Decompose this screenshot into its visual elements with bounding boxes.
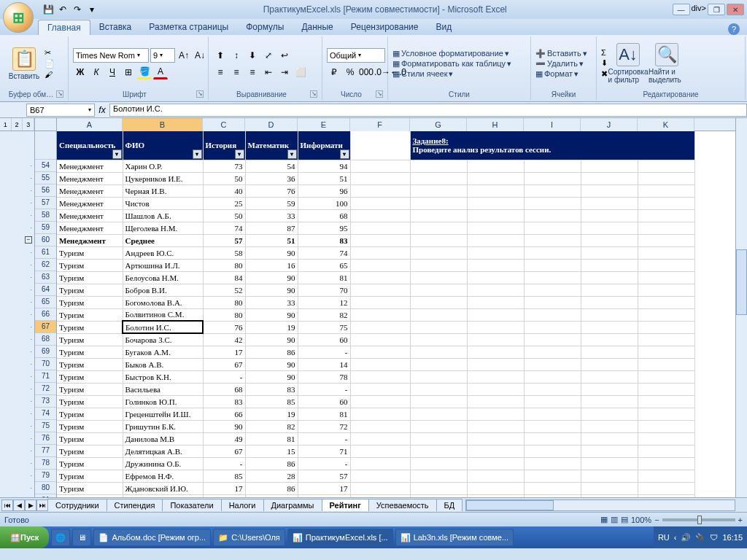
shrink-font-icon[interactable]: A↓ bbox=[193, 48, 207, 63]
cell[interactable] bbox=[350, 482, 410, 494]
cell[interactable]: Болотин И.С. bbox=[123, 321, 203, 333]
align-middle-icon[interactable]: ↕ bbox=[229, 48, 244, 63]
cell[interactable]: 59 bbox=[245, 197, 298, 209]
view-layout-icon[interactable]: ▥ bbox=[611, 515, 618, 524]
cell[interactable] bbox=[410, 197, 467, 209]
row-header[interactable]: 75 bbox=[35, 420, 56, 432]
cell[interactable]: 65 bbox=[298, 259, 350, 271]
cell[interactable] bbox=[581, 259, 638, 271]
ribbon-tab[interactable]: Главная bbox=[38, 20, 90, 35]
cell[interactable]: 73 bbox=[203, 160, 245, 172]
tray-shield-icon[interactable]: 🛡 bbox=[710, 533, 718, 542]
cell[interactable] bbox=[581, 346, 638, 358]
filter-icon[interactable]: ▾ bbox=[340, 149, 349, 159]
cell[interactable] bbox=[410, 383, 467, 395]
cell[interactable]: Греценштейн И.Ш. bbox=[123, 408, 203, 420]
cell[interactable]: 84 bbox=[203, 271, 245, 284]
insert-cells-button[interactable]: ➕ Вставить ▾ bbox=[535, 49, 587, 58]
cell[interactable]: Белоусова Н.М. bbox=[123, 271, 203, 284]
cell[interactable] bbox=[524, 222, 581, 234]
cell[interactable] bbox=[524, 395, 581, 408]
cell[interactable] bbox=[410, 321, 467, 333]
cell[interactable] bbox=[524, 259, 581, 271]
cell[interactable]: 19 bbox=[245, 321, 298, 333]
sheet-tab[interactable]: Показатели bbox=[162, 499, 221, 511]
cell[interactable] bbox=[467, 408, 524, 420]
cell[interactable]: Туризм bbox=[57, 383, 123, 395]
formula-input[interactable]: Болотин И.С. bbox=[109, 104, 747, 117]
cell[interactable] bbox=[350, 494, 410, 497]
row-header[interactable]: 61 bbox=[35, 246, 56, 259]
cell[interactable] bbox=[581, 246, 638, 259]
row-header[interactable]: 74 bbox=[35, 408, 56, 420]
cell[interactable] bbox=[638, 383, 694, 395]
quick-launch-ie-icon[interactable]: 🌐 bbox=[51, 529, 70, 546]
row-header[interactable]: 58 bbox=[35, 209, 56, 222]
column-header[interactable]: A bbox=[57, 118, 123, 131]
cell[interactable]: Данилова М.В bbox=[123, 432, 203, 445]
filter-icon[interactable]: ▾ bbox=[193, 149, 202, 159]
cell[interactable]: 86 bbox=[245, 457, 298, 470]
cell[interactable]: 81 bbox=[245, 432, 298, 445]
cell[interactable] bbox=[638, 308, 694, 321]
cell[interactable] bbox=[524, 209, 581, 222]
cell[interactable]: Туризм bbox=[57, 370, 123, 383]
cell[interactable]: 15 bbox=[245, 445, 298, 457]
cell[interactable]: 80 bbox=[203, 296, 245, 308]
ribbon-tab[interactable]: Вид bbox=[427, 20, 460, 35]
currency-icon[interactable]: ₽ bbox=[327, 65, 341, 79]
cell[interactable]: 90 bbox=[245, 358, 298, 370]
cell[interactable] bbox=[581, 234, 638, 246]
cell[interactable]: Туризм bbox=[57, 358, 123, 370]
zoom-slider[interactable] bbox=[662, 518, 735, 521]
cell[interactable]: 86 bbox=[245, 482, 298, 494]
cell[interactable]: 83 bbox=[298, 234, 350, 246]
cell[interactable]: 90 bbox=[245, 284, 298, 296]
cell[interactable] bbox=[581, 470, 638, 482]
cell[interactable] bbox=[467, 383, 524, 395]
cell[interactable]: 25 bbox=[203, 197, 245, 209]
cell[interactable]: 78 bbox=[298, 370, 350, 383]
cell[interactable]: 19 bbox=[245, 408, 298, 420]
cell[interactable]: 90 bbox=[203, 420, 245, 432]
font-size-combo[interactable]: 9▾ bbox=[150, 48, 175, 63]
cell[interactable] bbox=[410, 259, 467, 271]
comma-icon[interactable]: 000 bbox=[359, 65, 374, 79]
cell[interactable]: 58 bbox=[203, 246, 245, 259]
cell[interactable]: 68 bbox=[298, 209, 350, 222]
cell[interactable] bbox=[581, 197, 638, 209]
column-header[interactable]: D bbox=[245, 118, 298, 131]
maximize-button[interactable]: ❐ bbox=[708, 4, 725, 15]
cell[interactable]: 40 bbox=[203, 184, 245, 197]
cell[interactable]: 83 bbox=[245, 383, 298, 395]
cell[interactable]: Черная И.В. bbox=[123, 184, 203, 197]
minimize-button[interactable]: — bbox=[673, 4, 690, 15]
cell[interactable] bbox=[581, 445, 638, 457]
row-header[interactable]: 56 bbox=[35, 184, 56, 197]
cell[interactable] bbox=[524, 321, 581, 333]
cell[interactable]: 17 bbox=[298, 482, 350, 494]
cell[interactable]: 33 bbox=[245, 296, 298, 308]
cell[interactable] bbox=[524, 370, 581, 383]
cell[interactable] bbox=[467, 457, 524, 470]
cell[interactable]: Ефремов Н.Ф. bbox=[123, 470, 203, 482]
column-header[interactable]: K bbox=[638, 118, 694, 131]
italic-icon[interactable]: К bbox=[89, 65, 104, 79]
paste-button[interactable]: 📋Вставить bbox=[6, 47, 42, 80]
cell[interactable]: Туризм bbox=[57, 296, 123, 308]
cell[interactable] bbox=[638, 482, 694, 494]
cell[interactable]: Быстров К.Н. bbox=[123, 370, 203, 383]
cell[interactable]: 80 bbox=[203, 259, 245, 271]
cell[interactable]: - bbox=[298, 383, 350, 395]
cell[interactable] bbox=[581, 271, 638, 284]
cell[interactable]: Менеджмент bbox=[57, 172, 123, 184]
cell[interactable] bbox=[524, 234, 581, 246]
align-center-icon[interactable]: ≡ bbox=[229, 65, 244, 79]
cell[interactable] bbox=[350, 284, 410, 296]
wrap-text-icon[interactable]: ↩ bbox=[277, 48, 292, 63]
cell[interactable] bbox=[410, 432, 467, 445]
cell[interactable] bbox=[410, 346, 467, 358]
cell[interactable]: Менеджмент bbox=[57, 160, 123, 172]
cell[interactable] bbox=[350, 308, 410, 321]
cell[interactable] bbox=[524, 346, 581, 358]
